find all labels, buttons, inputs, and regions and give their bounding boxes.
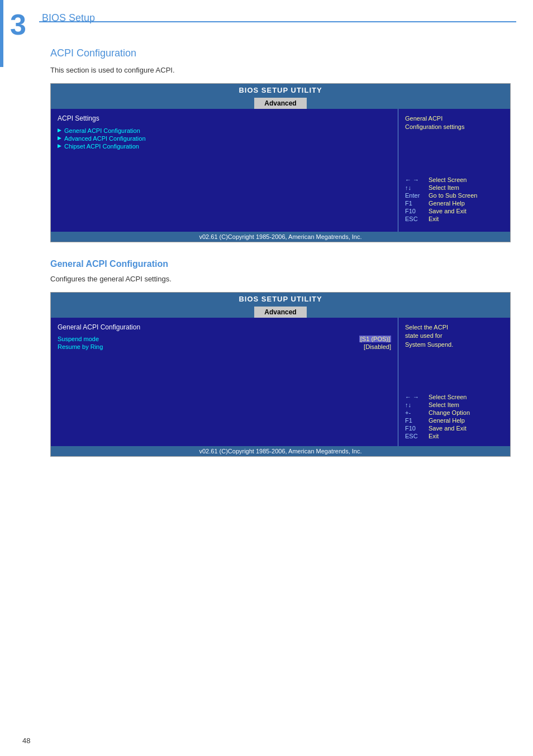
- bios-item-resume[interactable]: Resume by Ring [Disabled]: [58, 343, 391, 350]
- bios-right-2: Select the ACPIstate used forSystem Susp…: [398, 318, 510, 446]
- key-row: ← → Select Screen: [405, 176, 503, 183]
- bios-right-title-1: General ACPIConfiguration settings: [405, 114, 503, 132]
- bios-body-2: General ACPI Configuration Suspend mode …: [51, 318, 510, 446]
- key-desc: Change Option: [429, 409, 470, 416]
- key-name: F10: [405, 208, 425, 214]
- section1: ACPI Configuration This section is used …: [50, 47, 511, 242]
- key-row: F1 General Help: [405, 417, 503, 424]
- bios-left-title-1: ACPI Settings: [58, 114, 391, 122]
- bios-right-title-2: Select the ACPIstate used forSystem Susp…: [405, 323, 503, 349]
- section2-title: General ACPI Configuration: [50, 259, 511, 269]
- suspend-value: [S1 (POS)]: [359, 336, 391, 342]
- resume-value: [Disabled]: [364, 343, 391, 350]
- bios-item-chipset[interactable]: Chipset ACPI Configuration: [58, 142, 391, 150]
- section2: General ACPI Configuration Configures th…: [50, 259, 511, 457]
- page-number: 48: [22, 736, 30, 745]
- suspend-label: Suspend mode: [58, 336, 99, 342]
- key-row: F1 General Help: [405, 200, 503, 207]
- bios-tab-advanced-2[interactable]: Advanced: [254, 307, 306, 318]
- bios-left-2: General ACPI Configuration Suspend mode …: [51, 318, 398, 446]
- key-row: ESC Exit: [405, 216, 503, 222]
- key-desc: Select Screen: [429, 176, 467, 183]
- key-desc: Exit: [429, 433, 439, 439]
- key-row: ← → Select Screen: [405, 394, 503, 400]
- key-name: ↑↓: [405, 401, 425, 408]
- bios-body-1: ACPI Settings General ACPI Configuration…: [51, 109, 510, 232]
- bios-tab-bar-1: Advanced: [51, 97, 510, 109]
- key-desc: Select Item: [429, 401, 459, 408]
- key-row: Enter Go to Sub Screen: [405, 192, 503, 199]
- key-row: ↑↓ Select Item: [405, 184, 503, 191]
- key-desc: Save and Exit: [429, 425, 467, 432]
- bios-box-1: BIOS SETUP UTILITY Advanced ACPI Setting…: [50, 83, 511, 242]
- bios-left-title-2: General ACPI Configuration: [58, 323, 391, 331]
- bios-footer-1: v02.61 (C)Copyright 1985-2006, American …: [51, 232, 510, 242]
- key-row: ESC Exit: [405, 433, 503, 439]
- bios-tab-bar-2: Advanced: [51, 305, 510, 318]
- bios-title-bar-2: BIOS SETUP UTILITY: [51, 293, 510, 305]
- key-name: ESC: [405, 433, 425, 439]
- resume-label: Resume by Ring: [58, 343, 103, 350]
- bios-title-bar-1: BIOS SETUP UTILITY: [51, 84, 510, 97]
- key-name: ← →: [405, 176, 425, 183]
- key-name: ↑↓: [405, 184, 425, 191]
- key-name: ESC: [405, 216, 425, 222]
- bios-item-suspend[interactable]: Suspend mode [S1 (POS)]: [58, 336, 391, 342]
- bios-left-1: ACPI Settings General ACPI Configuration…: [51, 109, 398, 232]
- key-row: F10 Save and Exit: [405, 425, 503, 432]
- key-name: +-: [405, 409, 425, 416]
- section2-description: Configures the general ACPI settings.: [50, 275, 511, 283]
- key-name: Enter: [405, 192, 425, 199]
- chapter-number: 3: [10, 10, 26, 39]
- key-desc: Go to Sub Screen: [429, 192, 477, 199]
- bios-item-general[interactable]: General ACPI Configuration: [58, 127, 391, 135]
- key-desc: General Help: [429, 200, 465, 207]
- bios-box-2: BIOS SETUP UTILITY Advanced General ACPI…: [50, 292, 511, 457]
- key-name: F10: [405, 425, 425, 432]
- bios-right-1: General ACPIConfiguration settings ← → S…: [398, 109, 510, 232]
- key-desc: Save and Exit: [429, 208, 467, 214]
- header-bar: [39, 21, 516, 22]
- key-desc: Select Item: [429, 184, 459, 191]
- section1-title: ACPI Configuration: [50, 47, 511, 59]
- key-row: +- Change Option: [405, 409, 503, 416]
- chapter-bar: [0, 0, 3, 67]
- bios-keys-1: ← → Select Screen ↑↓ Select Item Enter G…: [405, 176, 503, 222]
- key-row: F10 Save and Exit: [405, 208, 503, 214]
- key-name: ← →: [405, 394, 425, 400]
- key-desc: General Help: [429, 417, 465, 424]
- key-name: F1: [405, 417, 425, 424]
- bios-tab-advanced-1[interactable]: Advanced: [254, 98, 306, 109]
- section1-description: This section is used to configure ACPI.: [50, 66, 511, 74]
- key-row: ↑↓ Select Item: [405, 401, 503, 408]
- bios-item-advanced[interactable]: Advanced ACPI Configuration: [58, 135, 391, 142]
- key-desc: Exit: [429, 216, 439, 222]
- bios-keys-2: ← → Select Screen ↑↓ Select Item +- Chan…: [405, 394, 503, 439]
- bios-footer-2: v02.61 (C)Copyright 1985-2006, American …: [51, 446, 510, 456]
- key-name: F1: [405, 200, 425, 207]
- key-desc: Select Screen: [429, 394, 467, 400]
